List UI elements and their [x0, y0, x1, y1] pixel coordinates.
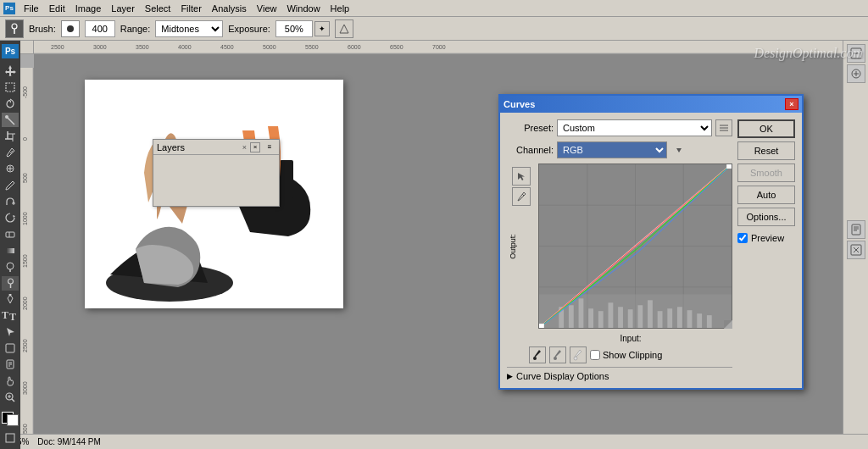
curves-dialog-close-btn[interactable]: × — [785, 98, 798, 110]
svg-text:6500: 6500 — [390, 44, 403, 50]
graph-expand-icon[interactable] — [724, 320, 732, 329]
svg-rect-99 — [648, 300, 653, 328]
menu-select[interactable]: Select — [140, 2, 176, 15]
options-bar: Brush: Range: Midtones Exposure: ✦ — [0, 17, 868, 41]
set-tool-icon[interactable] — [335, 19, 353, 38]
svg-text:500: 500 — [22, 173, 28, 183]
brush-preview[interactable] — [61, 20, 80, 37]
exposure-input[interactable] — [275, 20, 313, 37]
screen-mode-btn[interactable] — [2, 431, 19, 446]
svg-rect-93 — [588, 308, 593, 328]
preset-options-icon[interactable] — [715, 119, 732, 136]
input-label: Input: — [620, 334, 641, 343]
svg-point-109 — [533, 357, 537, 360]
menu-image[interactable]: Image — [70, 2, 107, 15]
eyedropper-tool[interactable] — [2, 146, 19, 160]
pen-tool[interactable] — [2, 292, 19, 307]
svg-rect-105 — [707, 315, 712, 328]
doc-info: Doc: 9M/144 PM — [37, 437, 100, 446]
menu-edit[interactable]: Edit — [44, 2, 70, 15]
dodge-tool-icon[interactable] — [5, 19, 24, 38]
clone-stamp-tool[interactable] — [2, 194, 19, 208]
menu-file[interactable]: File — [19, 2, 44, 15]
menu-filter[interactable]: Filter — [175, 2, 206, 15]
notes-tool[interactable] — [2, 358, 19, 372]
path-selection-tool[interactable] — [2, 324, 19, 339]
shape-tool[interactable] — [2, 341, 19, 356]
layers-panel-menu-icon[interactable]: ≡ — [264, 141, 275, 153]
channel-options-icon[interactable] — [670, 141, 687, 158]
menu-window[interactable]: Window — [281, 2, 325, 15]
right-btn-4[interactable] — [847, 241, 865, 259]
history-brush-tool[interactable] — [2, 211, 19, 225]
options-button[interactable]: Options... — [737, 208, 795, 226]
background-color[interactable] — [7, 414, 19, 426]
svg-marker-17 — [13, 215, 15, 218]
color-swatches[interactable] — [2, 412, 19, 426]
curve-pointer-tool[interactable] — [512, 167, 531, 186]
svg-rect-28 — [6, 344, 14, 352]
svg-rect-94 — [598, 311, 604, 328]
auto-button[interactable]: Auto — [737, 186, 795, 204]
svg-text:3000: 3000 — [93, 44, 107, 50]
hand-tool[interactable] — [2, 374, 19, 388]
white-point-eyedropper[interactable] — [570, 346, 587, 363]
svg-rect-107 — [726, 164, 732, 169]
move-tool[interactable] — [2, 64, 19, 78]
svg-marker-3 — [5, 65, 16, 76]
magic-wand-tool[interactable] — [2, 113, 19, 127]
svg-rect-62 — [280, 160, 293, 198]
reset-button[interactable]: Reset — [737, 141, 795, 160]
dodge-tool-active[interactable] — [2, 276, 19, 291]
curve-display-options[interactable]: ▶ Curve Display Options — [507, 367, 732, 381]
smooth-button[interactable]: Smooth — [737, 164, 795, 182]
svg-text:2500: 2500 — [22, 339, 28, 352]
svg-rect-20 — [6, 248, 14, 253]
right-btn-2[interactable] — [847, 64, 865, 83]
menu-analysis[interactable]: Analysis — [207, 2, 252, 15]
svg-point-21 — [7, 263, 14, 269]
curve-pencil-tool[interactable] — [512, 187, 531, 206]
gradient-tool[interactable] — [2, 243, 19, 258]
zoom-tool[interactable] — [2, 390, 19, 404]
menu-view[interactable]: View — [252, 2, 282, 15]
layers-panel-close-btn[interactable]: × — [250, 142, 260, 152]
svg-rect-91 — [569, 305, 574, 328]
airbrush-btn[interactable]: ✦ — [314, 21, 330, 36]
crop-tool[interactable] — [2, 129, 19, 143]
svg-point-110 — [554, 357, 557, 360]
preview-checkbox[interactable] — [737, 233, 748, 243]
range-select[interactable]: Midtones — [155, 20, 223, 37]
svg-text:2500: 2500 — [51, 44, 64, 50]
menu-layer[interactable]: Layer — [106, 2, 140, 15]
svg-rect-106 — [539, 324, 544, 328]
type-tool[interactable]: T T — [2, 308, 19, 323]
ok-button[interactable]: OK — [737, 119, 795, 138]
right-btn-3[interactable] — [847, 220, 865, 239]
preset-row: Preset: Custom — [507, 119, 732, 136]
lasso-tool[interactable] — [2, 97, 19, 111]
black-point-eyedropper[interactable] — [529, 346, 546, 363]
curve-display-options-label: Curve Display Options — [516, 371, 609, 381]
svg-marker-108 — [724, 320, 732, 329]
preset-select[interactable]: Custom — [557, 119, 712, 136]
eraser-tool[interactable] — [2, 227, 19, 241]
rectangular-marquee-tool[interactable] — [2, 80, 19, 95]
channel-label: Channel: — [507, 145, 554, 155]
menu-help[interactable]: Help — [326, 2, 355, 15]
channel-row: Channel: RGB — [507, 141, 732, 158]
right-btn-1[interactable] — [847, 44, 865, 63]
healing-brush-tool[interactable] — [2, 162, 19, 176]
show-clipping-checkbox[interactable] — [590, 350, 600, 360]
channel-select[interactable]: RGB — [557, 141, 667, 158]
blur-tool[interactable] — [2, 259, 19, 274]
curves-graph[interactable] — [538, 164, 732, 329]
show-clipping-row: Show Clipping — [590, 350, 662, 360]
svg-text:0: 0 — [22, 137, 28, 141]
gray-point-eyedropper[interactable] — [549, 346, 566, 363]
brush-tool[interactable] — [2, 178, 19, 192]
svg-line-80 — [522, 194, 524, 196]
ps-logo-icon: Ps — [3, 3, 15, 14]
output-label: Output: — [509, 234, 517, 259]
brush-size-input[interactable] — [85, 20, 115, 37]
